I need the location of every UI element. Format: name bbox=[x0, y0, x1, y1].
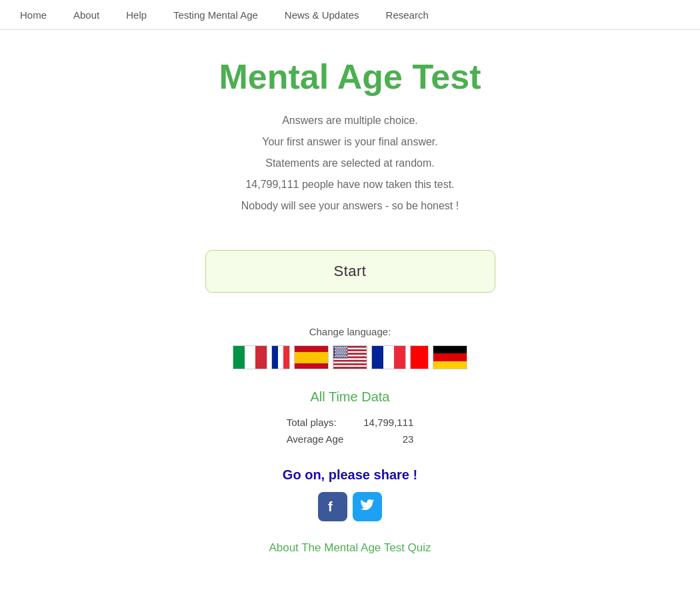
flag-spanish[interactable] bbox=[294, 345, 329, 369]
svg-point-18 bbox=[342, 347, 343, 348]
twitter-button[interactable] bbox=[353, 492, 382, 521]
facebook-button[interactable]: f bbox=[318, 492, 347, 521]
svg-point-16 bbox=[338, 347, 339, 348]
svg-point-54 bbox=[337, 356, 338, 357]
svg-point-36 bbox=[339, 351, 341, 353]
svg-point-44 bbox=[342, 353, 343, 354]
nav-news-updates[interactable]: News & Updates bbox=[285, 9, 359, 21]
average-age-value: 23 bbox=[363, 431, 413, 447]
svg-point-51 bbox=[343, 355, 345, 356]
svg-point-30 bbox=[340, 350, 341, 351]
nav-help[interactable]: Help bbox=[126, 9, 147, 21]
svg-point-58 bbox=[344, 356, 345, 357]
subtitle-3: Statements are selected at random. bbox=[241, 153, 459, 174]
svg-point-17 bbox=[340, 347, 341, 348]
svg-point-27 bbox=[335, 350, 336, 351]
flag-us[interactable] bbox=[333, 345, 367, 369]
share-section: Go on, please share ! f bbox=[283, 467, 417, 521]
svg-point-45 bbox=[344, 353, 345, 354]
svg-point-29 bbox=[338, 350, 339, 351]
svg-point-46 bbox=[346, 353, 347, 354]
language-label: Change language: bbox=[309, 326, 391, 337]
flag-portugal[interactable] bbox=[410, 345, 429, 369]
share-title: Go on, please share ! bbox=[283, 467, 417, 483]
flag-german[interactable] bbox=[433, 345, 467, 369]
svg-rect-11 bbox=[333, 365, 366, 367]
svg-text:f: f bbox=[328, 499, 333, 514]
social-icons: f bbox=[318, 492, 382, 521]
svg-point-47 bbox=[335, 355, 337, 356]
svg-point-32 bbox=[344, 350, 345, 351]
svg-point-56 bbox=[340, 356, 341, 357]
total-plays-value: 14,799,111 bbox=[363, 414, 413, 431]
flag-french-narrow[interactable] bbox=[271, 345, 290, 369]
subtitle-section: Answers are multiple choice. Your first … bbox=[241, 110, 459, 217]
svg-point-49 bbox=[339, 355, 341, 356]
subtitle-2: Your first answer is your final answer. bbox=[241, 131, 459, 153]
svg-point-25 bbox=[343, 348, 345, 349]
svg-point-24 bbox=[341, 348, 343, 349]
facebook-icon: f bbox=[325, 499, 340, 514]
svg-point-53 bbox=[335, 356, 336, 357]
language-section: Change language: bbox=[233, 326, 467, 369]
page-title: Mental Age Test bbox=[219, 57, 481, 97]
svg-point-15 bbox=[337, 347, 338, 348]
svg-point-43 bbox=[340, 353, 341, 354]
svg-point-22 bbox=[337, 348, 339, 349]
flag-french[interactable] bbox=[371, 345, 406, 369]
average-age-label: Average Age bbox=[287, 431, 364, 447]
svg-point-23 bbox=[339, 348, 341, 349]
svg-point-41 bbox=[337, 353, 338, 354]
nav-home[interactable]: Home bbox=[20, 9, 47, 21]
nav-research[interactable]: Research bbox=[386, 9, 429, 21]
svg-point-57 bbox=[342, 356, 343, 357]
svg-point-59 bbox=[346, 356, 347, 357]
stats-table: Total plays: 14,799,111 Average Age 23 bbox=[287, 414, 414, 447]
svg-point-50 bbox=[341, 355, 343, 356]
main-content: Mental Age Test Answers are multiple cho… bbox=[0, 30, 700, 568]
svg-rect-7 bbox=[333, 358, 366, 360]
svg-point-52 bbox=[345, 355, 346, 356]
svg-rect-10 bbox=[333, 363, 366, 365]
svg-point-14 bbox=[335, 347, 336, 348]
svg-point-28 bbox=[337, 350, 338, 351]
navigation: Home About Help Testing Mental Age News … bbox=[0, 0, 700, 30]
svg-point-35 bbox=[337, 351, 339, 353]
all-time-title: All Time Data bbox=[311, 389, 390, 405]
nav-testing-mental-age[interactable]: Testing Mental Age bbox=[173, 9, 258, 21]
subtitle-1: Answers are multiple choice. bbox=[241, 110, 459, 131]
svg-point-38 bbox=[343, 351, 345, 353]
about-link[interactable]: About The Mental Age Test Quiz bbox=[269, 541, 431, 555]
svg-point-26 bbox=[345, 348, 346, 349]
svg-point-37 bbox=[341, 351, 343, 353]
flag-italian[interactable] bbox=[233, 345, 267, 369]
nav-about[interactable]: About bbox=[73, 9, 99, 21]
svg-point-48 bbox=[337, 355, 339, 356]
start-button-wrapper: Start bbox=[205, 250, 495, 293]
subtitle-4: 14,799,111 people have now taken this te… bbox=[241, 174, 459, 195]
svg-point-34 bbox=[335, 351, 337, 353]
svg-point-42 bbox=[338, 353, 339, 354]
svg-point-21 bbox=[335, 348, 337, 349]
svg-rect-9 bbox=[333, 362, 366, 364]
svg-point-40 bbox=[335, 353, 336, 354]
twitter-icon bbox=[360, 499, 375, 514]
start-button[interactable]: Start bbox=[205, 250, 495, 293]
svg-rect-8 bbox=[333, 360, 366, 362]
svg-rect-12 bbox=[333, 367, 366, 369]
svg-point-55 bbox=[338, 356, 339, 357]
all-time-section: All Time Data Total plays: 14,799,111 Av… bbox=[287, 389, 414, 447]
svg-point-33 bbox=[346, 350, 347, 351]
total-plays-label: Total plays: bbox=[287, 414, 364, 431]
svg-point-19 bbox=[344, 347, 345, 348]
subtitle-5: Nobody will see your answers - so be hon… bbox=[241, 195, 459, 217]
svg-point-31 bbox=[342, 350, 343, 351]
flags-row bbox=[233, 345, 467, 369]
svg-point-20 bbox=[346, 347, 347, 348]
svg-point-39 bbox=[345, 351, 346, 353]
